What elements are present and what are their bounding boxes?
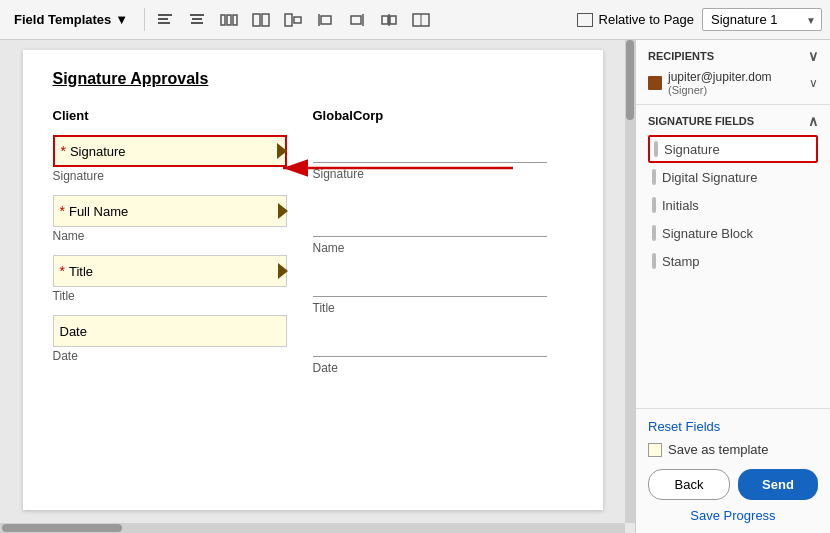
toolbar-right: Relative to Page Signature 1 bbox=[577, 8, 822, 31]
gc-title-line bbox=[313, 269, 547, 297]
document-area: Signature Approvals Client * Signature bbox=[0, 40, 635, 533]
client-column-header: Client bbox=[53, 108, 313, 123]
client-title-input[interactable]: * Title bbox=[53, 255, 287, 287]
horizontal-scrollbar[interactable] bbox=[0, 523, 625, 533]
svg-rect-16 bbox=[351, 16, 361, 24]
toolbar: Field Templates ▼ bbox=[0, 0, 830, 40]
client-signature-text: Signature bbox=[70, 144, 126, 159]
svg-rect-12 bbox=[294, 17, 301, 23]
save-progress-link[interactable]: Save Progress bbox=[648, 508, 818, 523]
client-column: Client * Signature Signature bbox=[53, 108, 313, 387]
client-date-text: Date bbox=[60, 324, 87, 339]
gc-name-line bbox=[313, 209, 547, 237]
gc-date-line bbox=[313, 329, 547, 357]
sig-field-signature[interactable]: Signature bbox=[648, 135, 818, 163]
signature-fields-section: Signature Fields ∧ Signature Digital Sig… bbox=[636, 105, 830, 409]
sig-field-digital[interactable]: Digital Signature bbox=[648, 163, 818, 191]
recipient-expand-icon[interactable]: ∨ bbox=[809, 76, 818, 90]
back-button[interactable]: Back bbox=[648, 469, 730, 500]
client-signature-input[interactable]: * Signature bbox=[53, 135, 287, 167]
page-border-icon bbox=[577, 13, 593, 27]
fullname-required: * bbox=[60, 203, 65, 219]
client-name-label: Name bbox=[53, 229, 313, 243]
toolbar-left: Field Templates ▼ bbox=[8, 8, 145, 31]
tool-icon-5[interactable] bbox=[279, 6, 307, 34]
field-templates-label: Field Templates bbox=[14, 12, 111, 27]
svg-rect-5 bbox=[191, 22, 203, 24]
save-template-row: Save as template bbox=[648, 442, 818, 457]
gc-name-block: Name bbox=[313, 209, 573, 255]
gc-title-block: Title bbox=[313, 269, 573, 315]
recipient-info: jupiter@jupiter.dom (Signer) bbox=[668, 70, 803, 96]
save-template-checkbox[interactable] bbox=[648, 443, 662, 457]
svg-rect-8 bbox=[233, 15, 237, 25]
relative-to-page: Relative to Page bbox=[577, 12, 694, 27]
gc-date-label: Date bbox=[313, 361, 573, 375]
title-required: * bbox=[60, 263, 65, 279]
tool-icon-4[interactable] bbox=[247, 6, 275, 34]
signature-select-wrapper[interactable]: Signature 1 bbox=[702, 8, 822, 31]
sig-field-handle bbox=[654, 141, 658, 157]
globalcorp-column: GlobalCorp Signature Name Title bbox=[313, 108, 573, 387]
sig-field-initials-label: Initials bbox=[662, 198, 699, 213]
client-fullname-input[interactable]: * Full Name bbox=[53, 195, 287, 227]
reset-fields-link[interactable]: Reset Fields bbox=[648, 419, 818, 434]
client-signature-block: * Signature Signature bbox=[53, 135, 313, 183]
svg-rect-0 bbox=[158, 14, 172, 16]
right-panel: RECIPIENTS ∨ jupiter@jupiter.dom (Signer… bbox=[635, 40, 830, 533]
sig-field-digital-label: Digital Signature bbox=[662, 170, 757, 185]
gc-signature-block: Signature bbox=[313, 135, 573, 181]
vertical-scrollbar[interactable] bbox=[625, 40, 635, 523]
field-arrow-icon bbox=[277, 143, 287, 159]
sig-field-digital-handle bbox=[652, 169, 656, 185]
dropdown-arrow-icon: ▼ bbox=[115, 12, 128, 27]
vertical-scrollbar-thumb[interactable] bbox=[626, 40, 634, 120]
client-date-block: Date Date bbox=[53, 315, 313, 363]
document-scroll[interactable]: Signature Approvals Client * Signature bbox=[0, 40, 625, 523]
svg-rect-11 bbox=[285, 14, 292, 26]
recipient-item[interactable]: jupiter@jupiter.dom (Signer) ∨ bbox=[648, 70, 818, 96]
tool-icon-7[interactable] bbox=[343, 6, 371, 34]
save-template-label: Save as template bbox=[668, 442, 768, 457]
tool-icon-2[interactable] bbox=[183, 6, 211, 34]
client-date-input[interactable]: Date bbox=[53, 315, 287, 347]
tool-icon-9[interactable] bbox=[407, 6, 435, 34]
tool-icon-6[interactable] bbox=[311, 6, 339, 34]
signature-select[interactable]: Signature 1 bbox=[702, 8, 822, 31]
send-button[interactable]: Send bbox=[738, 469, 818, 500]
sig-field-block[interactable]: Signature Block bbox=[648, 219, 818, 247]
tool-icon-1[interactable] bbox=[151, 6, 179, 34]
sig-field-initials[interactable]: Initials bbox=[648, 191, 818, 219]
field-templates-button[interactable]: Field Templates ▼ bbox=[8, 8, 134, 31]
client-fullname-block: * Full Name Name bbox=[53, 195, 313, 243]
svg-rect-4 bbox=[192, 18, 202, 20]
recipients-section: RECIPIENTS ∨ jupiter@jupiter.dom (Signer… bbox=[636, 40, 830, 105]
document-title: Signature Approvals bbox=[53, 70, 573, 88]
toolbar-icons bbox=[151, 6, 570, 34]
recipients-toggle[interactable]: ∨ bbox=[808, 48, 818, 64]
client-title-text: Title bbox=[69, 264, 93, 279]
svg-rect-19 bbox=[390, 16, 396, 24]
relative-to-page-label: Relative to Page bbox=[599, 12, 694, 27]
sig-field-signature-label: Signature bbox=[664, 142, 720, 157]
horizontal-scrollbar-thumb[interactable] bbox=[2, 524, 122, 532]
gc-name-label: Name bbox=[313, 241, 573, 255]
gc-signature-label: Signature bbox=[313, 167, 573, 181]
svg-rect-7 bbox=[227, 15, 231, 25]
recipient-role: (Signer) bbox=[668, 84, 803, 96]
gc-signature-line bbox=[313, 135, 547, 163]
tool-icon-3[interactable] bbox=[215, 6, 243, 34]
recipient-avatar bbox=[648, 76, 662, 90]
document-columns: Client * Signature Signature bbox=[53, 108, 573, 387]
client-date-label: Date bbox=[53, 349, 313, 363]
gc-title-label: Title bbox=[313, 301, 573, 315]
sig-field-block-label: Signature Block bbox=[662, 226, 753, 241]
recipient-email: jupiter@jupiter.dom bbox=[668, 70, 803, 84]
sig-field-stamp[interactable]: Stamp bbox=[648, 247, 818, 275]
svg-rect-2 bbox=[158, 22, 170, 24]
signature-fields-toggle[interactable]: ∧ bbox=[808, 113, 818, 129]
main-layout: Signature Approvals Client * Signature bbox=[0, 40, 830, 533]
document-page: Signature Approvals Client * Signature bbox=[23, 50, 603, 510]
sig-field-stamp-handle bbox=[652, 253, 656, 269]
tool-icon-8[interactable] bbox=[375, 6, 403, 34]
